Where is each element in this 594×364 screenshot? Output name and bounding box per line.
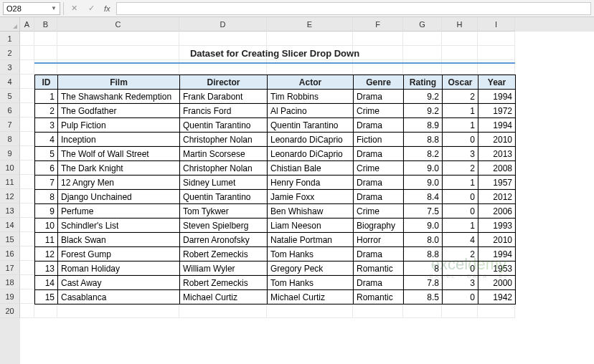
row-header[interactable]: 8 <box>0 132 20 146</box>
header-genre[interactable]: Genre <box>354 75 404 90</box>
cell-film[interactable]: 12 Angry Men <box>58 176 180 190</box>
cell-actor[interactable]: Leonardo DiCaprio <box>268 133 354 147</box>
cell-year[interactable]: 2010 <box>478 233 516 247</box>
cell-film[interactable]: Roman Holiday <box>58 262 180 276</box>
cell-genre[interactable]: Drama <box>354 147 404 161</box>
column-header[interactable]: B <box>34 17 57 32</box>
cell-rating[interactable]: 8 <box>404 262 443 276</box>
column-header[interactable]: D <box>179 17 267 32</box>
cell-director[interactable]: Sidney Lumet <box>180 176 268 190</box>
row-header[interactable]: 6 <box>0 103 20 118</box>
row-header[interactable]: 18 <box>0 275 20 289</box>
cell-oscar[interactable]: 1 <box>443 104 478 118</box>
cell-actor[interactable]: Michael Curtiz <box>268 290 354 305</box>
cell-film[interactable]: Perfume <box>58 204 180 219</box>
cell-director[interactable]: Frank Darabont <box>180 90 268 104</box>
cell-year[interactable]: 2013 <box>478 147 516 161</box>
cell-genre[interactable]: Drama <box>354 176 404 190</box>
header-director[interactable]: Director <box>180 75 268 90</box>
cell-id[interactable]: 9 <box>35 204 58 219</box>
header-year[interactable]: Year <box>478 75 516 90</box>
cell-rating[interactable]: 9.0 <box>404 161 443 176</box>
cell-rating[interactable]: 7.8 <box>404 276 443 290</box>
cell-oscar[interactable]: 0 <box>443 290 478 305</box>
cell-oscar[interactable]: 0 <box>443 133 478 147</box>
cell-director[interactable]: Tom Tykwer <box>180 204 268 219</box>
row-header[interactable]: 9 <box>0 146 20 161</box>
cell-year[interactable]: 2006 <box>478 204 516 219</box>
row-header[interactable]: 7 <box>0 118 20 132</box>
cell-oscar[interactable]: 3 <box>443 147 478 161</box>
row-header[interactable]: 19 <box>0 289 20 304</box>
cell-genre[interactable]: Romantic <box>354 290 404 305</box>
cell-id[interactable]: 14 <box>35 276 58 290</box>
cell-film[interactable]: Forest Gump <box>58 247 180 262</box>
row-header[interactable]: 17 <box>0 261 20 275</box>
chevron-down-icon[interactable]: ▼ <box>51 5 57 11</box>
cell-id[interactable]: 11 <box>35 233 58 247</box>
table-row[interactable]: 3Pulp FictionQuentin TarantinoQuentin Ta… <box>35 118 516 133</box>
cell-year[interactable]: 1994 <box>478 247 516 262</box>
cell-film[interactable]: Pulp Fiction <box>58 118 180 133</box>
cell-rating[interactable]: 9.0 <box>404 176 443 190</box>
table-row[interactable]: 13Roman HolidayWilliam WylerGregory Peck… <box>35 262 516 276</box>
header-actor[interactable]: Actor <box>268 75 354 90</box>
cell-rating[interactable]: 9.2 <box>404 90 443 104</box>
cell-director[interactable]: Robert Zemeckis <box>180 247 268 262</box>
column-header[interactable]: H <box>442 17 478 32</box>
cell-oscar[interactable]: 1 <box>443 118 478 133</box>
cell-oscar[interactable]: 2 <box>443 161 478 176</box>
cell-oscar[interactable]: 0 <box>443 204 478 219</box>
formula-bar[interactable] <box>116 2 591 15</box>
cell-id[interactable]: 7 <box>35 176 58 190</box>
cell-actor[interactable]: Tom Hanks <box>268 247 354 262</box>
row-header[interactable]: 13 <box>0 203 20 218</box>
cell-director[interactable]: Darren Aronofsky <box>180 233 268 247</box>
cell-genre[interactable]: Crime <box>354 161 404 176</box>
cell-genre[interactable]: Crime <box>354 104 404 118</box>
row-header[interactable]: 1 <box>0 32 20 46</box>
cell-genre[interactable]: Horror <box>354 233 404 247</box>
table-row[interactable]: 712 Angry MenSidney LumetHenry FondaDram… <box>35 176 516 190</box>
cell-oscar[interactable]: 1 <box>443 176 478 190</box>
cell-genre[interactable]: Drama <box>354 276 404 290</box>
cell-actor[interactable]: Natalie Portman <box>268 233 354 247</box>
cell-actor[interactable]: Tim Robbins <box>268 90 354 104</box>
cell-id[interactable]: 6 <box>35 161 58 176</box>
cell-rating[interactable]: 9.0 <box>404 219 443 233</box>
column-header[interactable]: F <box>353 17 403 32</box>
cell-oscar[interactable]: 2 <box>443 247 478 262</box>
header-oscar[interactable]: Oscar <box>443 75 478 90</box>
column-header[interactable]: I <box>478 17 515 32</box>
cell-rating[interactable]: 7.5 <box>404 204 443 219</box>
cell-actor[interactable]: Quentin Tarantino <box>268 118 354 133</box>
cell-film[interactable]: The Dark Knight <box>58 161 180 176</box>
cell-genre[interactable]: Drama <box>354 90 404 104</box>
cell-oscar[interactable]: 4 <box>443 233 478 247</box>
cell-genre[interactable]: Drama <box>354 247 404 262</box>
cell-id[interactable]: 12 <box>35 247 58 262</box>
row-header[interactable]: 2 <box>0 46 20 60</box>
cell-id[interactable]: 13 <box>35 262 58 276</box>
row-header[interactable]: 14 <box>0 218 20 232</box>
table-row[interactable]: 1The Shawshank RedemptionFrank DarabontT… <box>35 90 516 104</box>
table-row[interactable]: 14Cast AwayRobert ZemeckisTom HanksDrama… <box>35 276 516 290</box>
cell-film[interactable]: The Shawshank Redemption <box>58 90 180 104</box>
cell-id[interactable]: 3 <box>35 118 58 133</box>
cell-actor[interactable]: Henry Fonda <box>268 176 354 190</box>
cell-actor[interactable]: Tom Hanks <box>268 276 354 290</box>
fx-icon[interactable]: fx <box>104 4 110 13</box>
cell-rating[interactable]: 8.5 <box>404 290 443 305</box>
cell-oscar[interactable]: 2 <box>443 90 478 104</box>
cell-oscar[interactable]: 0 <box>443 190 478 204</box>
cell-rating[interactable]: 8.8 <box>404 247 443 262</box>
cell-id[interactable]: 15 <box>35 290 58 305</box>
cell-actor[interactable]: Jamie Foxx <box>268 190 354 204</box>
cell-year[interactable]: 1972 <box>478 104 516 118</box>
cell-director[interactable]: Michael Curtiz <box>180 290 268 305</box>
cell-genre[interactable]: Drama <box>354 118 404 133</box>
cell-year[interactable]: 2010 <box>478 133 516 147</box>
cell-film[interactable]: Cast Away <box>58 276 180 290</box>
cell-id[interactable]: 4 <box>35 133 58 147</box>
cell-genre[interactable]: Fiction <box>354 133 404 147</box>
